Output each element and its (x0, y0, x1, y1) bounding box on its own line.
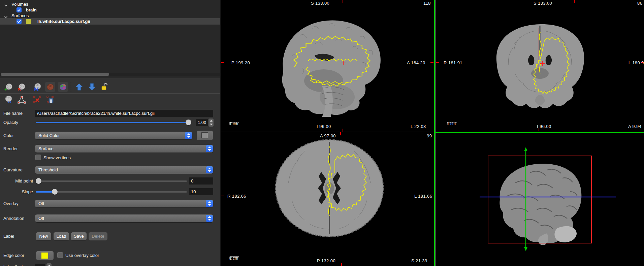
coronal-brain-image (436, 0, 644, 132)
lock-layers-button[interactable] (99, 82, 109, 92)
arrow-down-icon (88, 82, 96, 91)
axial-brain-image (221, 132, 433, 266)
label-save-button[interactable]: Save (71, 232, 87, 240)
brain-3d-render (436, 132, 644, 266)
curvature-dropdown-value: Threshold (38, 167, 58, 172)
toolbar-separator (30, 95, 30, 104)
save-path-icon (46, 95, 55, 104)
show-surface-button[interactable] (45, 82, 55, 92)
edge-color-label: Edge color (3, 253, 24, 258)
add-volume-button[interactable]: + (4, 82, 14, 92)
sagittal-brain-image (221, 0, 433, 132)
sagittal-view[interactable]: S 133.00 118 P 199.20 A 164.20 I 96.00 L… (221, 0, 433, 132)
coronal-view[interactable]: S 133.00 86 R 181.91 L 180.91 I 96.00 A … (436, 0, 644, 132)
brain-close-icon: ✕ (17, 82, 26, 91)
path-tool-button[interactable] (17, 95, 27, 105)
label-section-label: Label (3, 234, 14, 239)
save-path-button[interactable] (45, 95, 55, 105)
unlock-icon (100, 82, 109, 91)
transform-volume-button[interactable]: M (32, 82, 42, 92)
show-vertices-checkbox[interactable] (35, 155, 41, 160)
annotation-dropdown-value: Off (38, 216, 44, 221)
coronal-bottom-coordinate: I 96.00 (537, 124, 551, 129)
solid-color-swatch-button[interactable] (197, 131, 213, 140)
close-volume-button[interactable]: ✕ (17, 82, 27, 92)
surface-brain-icon (46, 82, 55, 91)
color-swatch (201, 132, 208, 138)
axial-view[interactable]: A 97.00 99 R 182.66 L 181.66 P 132.00 S … (221, 132, 433, 266)
opacity-value[interactable]: 1.00 (196, 119, 208, 126)
show-annotation-button[interactable] (58, 82, 68, 92)
scale-bar: 1 cm (229, 121, 241, 127)
toolbar-separator (71, 82, 71, 92)
edge-color-swatch-button[interactable] (36, 251, 54, 260)
overlay-dropdown[interactable]: Off (35, 200, 213, 207)
sagittal-bottom-coordinate: I 96.00 (317, 124, 331, 129)
svg-text:M: M (34, 87, 39, 91)
move-layer-down-button[interactable] (87, 82, 97, 92)
slider-handle[interactable] (36, 178, 41, 184)
axial-bottom-coordinate: P 132.00 (317, 258, 335, 263)
stepper-down-icon[interactable] (210, 124, 213, 125)
slope-value[interactable]: 10 (189, 188, 213, 195)
path-triangle-icon (17, 95, 26, 104)
coronal-slice-number: 86 (637, 1, 642, 6)
scale-bar: 1 cm (229, 255, 241, 261)
slider-fill (36, 122, 189, 123)
checkbox-checked[interactable] (17, 7, 22, 12)
view-divider-vertical[interactable] (435, 0, 436, 266)
slope-slider[interactable] (36, 189, 187, 195)
annotation-brain-icon (59, 82, 67, 91)
brain-scissors-icon: ✂ (4, 95, 13, 104)
opacity-slider[interactable] (36, 120, 191, 125)
use-overlay-color-checkbox[interactable] (57, 252, 63, 258)
slider-handle[interactable] (186, 120, 191, 125)
label-delete-button[interactable]: Delete (89, 232, 107, 240)
move-layer-up-button[interactable] (74, 82, 84, 92)
coronal-left-coordinate: R 181.91 (444, 60, 462, 65)
render-label: Render (3, 146, 18, 151)
slope-label: Slope (3, 189, 33, 194)
annotation-dropdown[interactable]: Off (35, 214, 213, 222)
delete-path-icon: ✕ (33, 95, 42, 104)
view-grid: S 133.00 118 P 199.20 A 164.20 I 96.00 L… (221, 0, 644, 266)
coronal-top-coordinate: S 133.00 (534, 1, 552, 6)
brain-transform-icon: M (33, 82, 42, 91)
scrollbar-handle[interactable] (1, 73, 109, 76)
label-load-button[interactable]: Load (54, 232, 69, 240)
dropdown-chevrons-icon (206, 200, 213, 207)
mid-point-slider[interactable] (36, 178, 187, 184)
slider-handle[interactable] (52, 189, 58, 195)
crosshair-icon (540, 63, 545, 64)
view-3d[interactable] (436, 132, 644, 266)
cut-surface-button[interactable]: ✂ (4, 95, 14, 105)
opacity-label: Opacity (3, 120, 18, 125)
edge-thickness-value[interactable]: 2 (35, 264, 45, 266)
stepper-up-icon[interactable] (210, 120, 213, 122)
mid-point-label: Mid point (3, 178, 33, 184)
overlay-label: Overlay (3, 201, 19, 206)
tree-item-surface-selected[interactable]: lh.white.surf.acpc.surf.gii (0, 18, 220, 25)
dropdown-chevrons-icon (206, 145, 213, 152)
delete-path-button[interactable]: ✕ (32, 95, 42, 105)
mid-point-value[interactable]: 0 (189, 177, 213, 185)
curvature-dropdown[interactable]: Threshold (35, 166, 213, 174)
use-overlay-color-label: Use overlay color (65, 253, 99, 258)
axial-left-coordinate: R 182.66 (227, 194, 246, 199)
edge-thickness-label: Edge thickness (3, 264, 33, 266)
file-name-input[interactable]: /Users/aschadler/Scratch/brace221/lh.whi… (35, 110, 213, 117)
sagittal-slice-number: 118 (423, 1, 431, 6)
render-dropdown[interactable]: Surface (35, 145, 213, 153)
label-new-button[interactable]: New (36, 232, 51, 240)
dropdown-chevrons-icon (185, 132, 192, 139)
tree-horizontal-scrollbar[interactable] (0, 73, 220, 76)
edge-thickness-stepper[interactable] (46, 263, 52, 266)
color-dropdown-value: Solid Color (38, 133, 60, 138)
crosshair-icon (341, 63, 346, 63)
slider-track (36, 180, 187, 182)
curvature-label: Curvature (3, 167, 23, 172)
checkbox-checked[interactable] (17, 19, 22, 24)
tree-item-label: lh.white.surf.acpc.surf.gii (37, 18, 90, 25)
opacity-stepper[interactable] (208, 119, 214, 127)
color-dropdown[interactable]: Solid Color (35, 132, 192, 139)
